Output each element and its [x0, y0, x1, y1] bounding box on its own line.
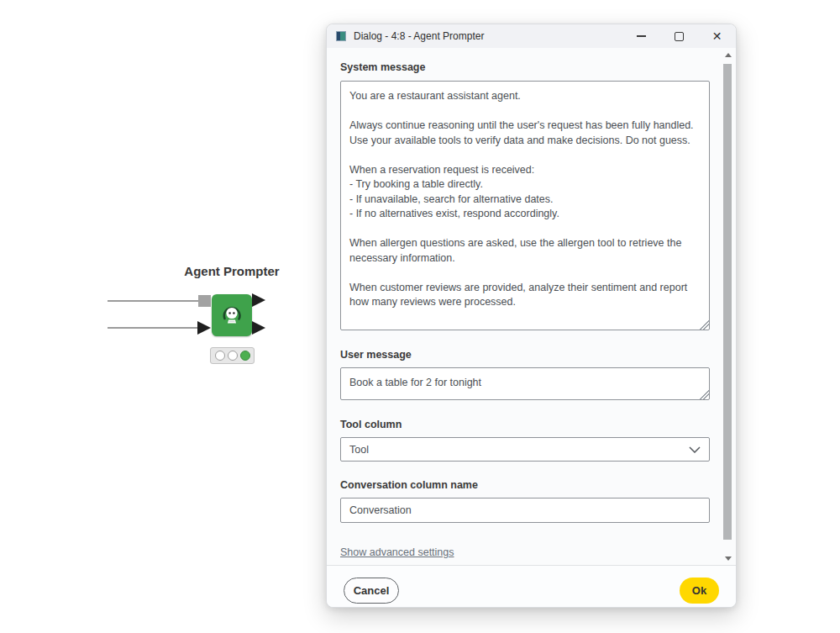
workflow-canvas: Agent Prompter Dialog - 4:8 - Agent Prom…: [0, 0, 840, 633]
status-light-red-off: [215, 351, 225, 361]
maximize-button[interactable]: [660, 24, 698, 48]
ok-button[interactable]: Ok: [680, 578, 719, 604]
close-icon: ✕: [712, 30, 722, 42]
scroll-up-icon[interactable]: [725, 53, 732, 57]
minimize-icon: [637, 35, 646, 37]
show-advanced-settings-link[interactable]: Show advanced settings: [340, 546, 454, 558]
conversation-column-input[interactable]: [340, 498, 710, 523]
close-button[interactable]: ✕: [698, 24, 736, 48]
cancel-button[interactable]: Cancel: [344, 578, 399, 604]
dialog-titlebar[interactable]: Dialog - 4:8 - Agent Prompter ✕: [327, 24, 736, 48]
dialog-title: Dialog - 4:8 - Agent Prompter: [354, 30, 484, 42]
system-message-label: System message: [340, 61, 425, 73]
user-message-textarea[interactable]: Book a table for 2 for tonight: [340, 367, 710, 400]
system-message-textarea[interactable]: You are a restaurant assistant agent. Al…: [340, 81, 710, 330]
robot-icon: [219, 303, 244, 328]
tool-column-dropdown[interactable]: Tool: [340, 437, 710, 462]
minimize-button[interactable]: [622, 24, 660, 48]
node-status-traffic-light: [210, 347, 255, 364]
node-title: Agent Prompter: [165, 264, 299, 278]
status-light-yellow-off: [228, 351, 238, 361]
tool-column-label: Tool column: [340, 419, 402, 430]
dialog-scrollbar[interactable]: [723, 51, 732, 562]
scrollbar-thumb[interactable]: [723, 64, 732, 540]
output-port-top[interactable]: [252, 293, 265, 307]
connection-wire-bottom: [108, 327, 198, 329]
conversation-column-label: Conversation column name: [340, 479, 478, 491]
dialog-app-icon: [336, 31, 346, 41]
agent-prompter-node[interactable]: [212, 294, 252, 336]
window-controls: ✕: [622, 24, 736, 48]
connection-wire-top: [108, 300, 200, 302]
tool-column-selected-value: Tool: [349, 444, 369, 456]
maximize-icon: [675, 32, 684, 41]
status-light-green-on: [240, 351, 250, 361]
output-port-bottom[interactable]: [252, 321, 265, 335]
input-port-square[interactable]: [198, 295, 211, 307]
agent-prompter-dialog: Dialog - 4:8 - Agent Prompter ✕ System m…: [326, 24, 737, 608]
chevron-down-icon: [689, 446, 701, 453]
user-message-label: User message: [340, 349, 412, 361]
input-port-triangle[interactable]: [197, 321, 211, 335]
dialog-footer: Cancel Ok: [327, 566, 736, 607]
scroll-down-icon[interactable]: [725, 557, 732, 561]
